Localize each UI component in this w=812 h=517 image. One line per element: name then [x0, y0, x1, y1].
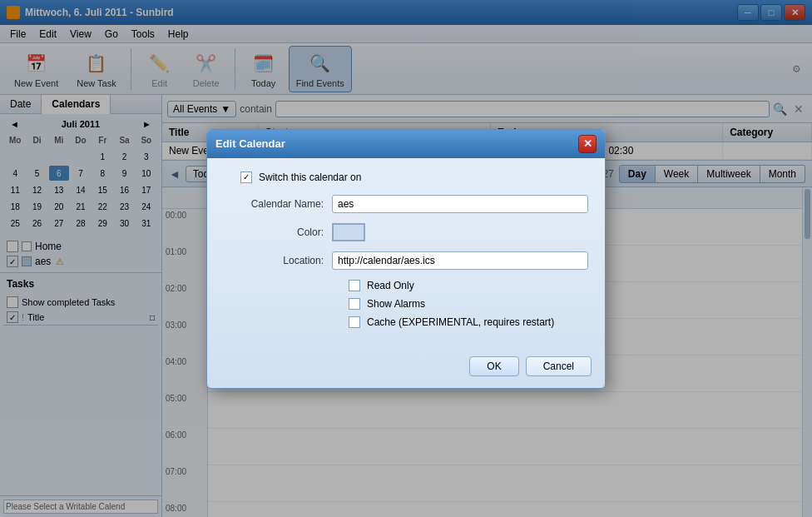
location-input[interactable] [332, 251, 588, 270]
cache-label: Cache (EXPERIMENTAL, requires restart) [367, 316, 554, 328]
switch-calendar-row: ✓ Switch this calendar on [224, 172, 588, 183]
dialog-close-button[interactable]: ✕ [578, 135, 597, 153]
dialog-title: Edit Calendar [215, 137, 285, 150]
cache-checkbox[interactable] [349, 316, 360, 328]
dialog-body: ✓ Switch this calendar on Calendar Name:… [207, 158, 605, 348]
ok-button[interactable]: OK [469, 356, 518, 376]
show-alarms-checkbox[interactable] [349, 298, 360, 310]
modal-overlay: Edit Calendar ✕ ✓ Switch this calendar o… [0, 0, 812, 517]
read-only-row: Read Only [332, 280, 588, 291]
switch-calendar-checkbox[interactable]: ✓ [240, 172, 252, 183]
show-alarms-label: Show Alarms [367, 298, 425, 310]
color-row: Color: [224, 223, 588, 241]
location-row: Location: [224, 251, 588, 270]
switch-calendar-label: Switch this calendar on [259, 172, 361, 183]
cache-row: Cache (EXPERIMENTAL, requires restart) [332, 316, 588, 328]
location-label: Location: [224, 255, 332, 266]
calendar-name-label: Calendar Name: [224, 198, 332, 210]
cancel-button[interactable]: Cancel [526, 356, 592, 376]
calendar-name-input[interactable] [332, 195, 588, 213]
color-picker-button[interactable] [332, 223, 365, 241]
calendar-name-row: Calendar Name: [224, 195, 588, 213]
dialog-footer: OK Cancel [207, 348, 605, 388]
dialog-title-bar: Edit Calendar ✕ [207, 130, 605, 158]
show-alarms-row: Show Alarms [332, 298, 588, 310]
read-only-label: Read Only [367, 280, 414, 291]
edit-calendar-dialog: Edit Calendar ✕ ✓ Switch this calendar o… [206, 129, 606, 389]
color-label: Color: [224, 226, 332, 238]
read-only-checkbox[interactable] [349, 280, 360, 291]
